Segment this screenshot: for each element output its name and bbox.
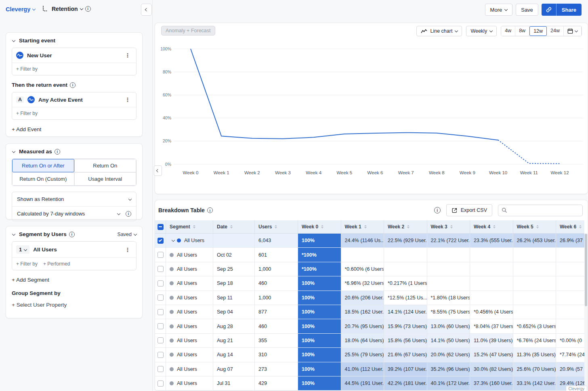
chart-type-dropdown[interactable]: Line chart	[416, 26, 462, 36]
range-option-8w[interactable]: 8w	[515, 26, 529, 36]
collapse-sidebar-button[interactable]	[141, 4, 152, 16]
week-1-cell: 44.5% (191 User...	[341, 376, 384, 391]
row-checkbox[interactable]	[155, 334, 166, 348]
measured-as-option[interactable]: Return On (Custom)	[12, 172, 74, 186]
info-icon[interactable]: i	[434, 207, 441, 213]
kebab-menu-icon[interactable]: ⋮	[123, 52, 132, 59]
collapse-chart-panel-button[interactable]	[154, 165, 162, 176]
scrollbar-thumb[interactable]	[585, 234, 587, 306]
workspace-switcher[interactable]: Clevergy	[6, 6, 35, 13]
date-picker-button[interactable]	[564, 26, 582, 36]
measured-as-option[interactable]: Return On or After	[12, 159, 74, 172]
table-row[interactable]: All UsersJul 31429100%44.5% (191 User...…	[155, 376, 584, 391]
series-dot	[170, 353, 174, 357]
info-icon[interactable]: i	[126, 211, 131, 217]
date-cell: Oct 02	[213, 248, 255, 262]
column-header-week-1[interactable]: Week 1	[341, 220, 384, 234]
add-segment-link[interactable]: + Add Segment	[12, 277, 136, 283]
column-header-week-6[interactable]: Week 6	[556, 220, 584, 234]
report-title-menu[interactable]: Retention i	[42, 5, 91, 12]
week-6-cell: *0.00% (0	[556, 334, 584, 348]
info-icon[interactable]: i	[70, 82, 76, 88]
column-header-week-5[interactable]: Week 5	[513, 220, 556, 234]
filter-by-link[interactable]: + Filter by	[16, 111, 38, 116]
table-row[interactable]: All UsersSep 111,000100%20.6% (206 User.…	[155, 291, 584, 305]
select-user-property-link[interactable]: + Select User Property	[12, 302, 136, 308]
measured-as-section-header[interactable]: Measured as i	[12, 148, 136, 155]
table-row[interactable]: All UsersAug 28460100%20.7% (95 Users)15…	[155, 319, 584, 333]
starting-event-section-header[interactable]: Starting event	[12, 38, 136, 44]
table-row[interactable]: All UsersOct 02601*100%	[155, 248, 584, 262]
table-row[interactable]: All UsersSep 251,000*100%*0.600% (6 User…	[155, 262, 584, 276]
table-row[interactable]: All UsersAug 07273100%41.0% (112 User...…	[155, 362, 584, 376]
table-row[interactable]: All UsersAug 21355100%18.0% (64 Users)15…	[155, 334, 584, 348]
select-all-checkbox[interactable]	[155, 220, 166, 234]
row-checkbox[interactable]	[155, 305, 166, 319]
info-icon[interactable]: i	[207, 207, 213, 213]
search-input[interactable]	[510, 207, 579, 213]
row-checkbox[interactable]	[155, 234, 166, 248]
row-checkbox[interactable]	[155, 348, 166, 362]
table-row[interactable]: All UsersAug 14310100%25.5% (79 Users)21…	[155, 348, 584, 362]
row-checkbox[interactable]	[155, 376, 166, 391]
column-header-segment[interactable]: Segment	[166, 220, 213, 234]
export-csv-button[interactable]: Export CSV	[446, 204, 492, 216]
kebab-menu-icon[interactable]: ⋮	[123, 96, 132, 103]
copy-link-button[interactable]	[542, 4, 556, 16]
measured-as-option[interactable]: Return On	[74, 159, 136, 172]
svg-text:Week 4: Week 4	[306, 170, 321, 175]
range-option-4w[interactable]: 4w	[501, 26, 515, 36]
row-checkbox[interactable]	[155, 276, 166, 291]
column-header-users[interactable]: Users	[255, 220, 298, 234]
info-icon[interactable]: i	[85, 6, 91, 12]
save-button[interactable]: Save	[516, 4, 538, 16]
week-0-cell: 100%	[298, 305, 341, 319]
column-header-week-2[interactable]: Week 2	[384, 220, 427, 234]
measured-as-option[interactable]: Usage Interval	[74, 172, 136, 186]
shown-as-dropdown[interactable]: Shown as Retention	[12, 192, 136, 206]
interval-dropdown[interactable]: Weekly	[466, 26, 497, 36]
column-header-date[interactable]: Date	[213, 220, 255, 234]
segment-section-header[interactable]: Segment by Users i	[12, 231, 75, 237]
row-checkbox[interactable]	[155, 262, 166, 276]
segment-cell: All Users	[166, 305, 213, 319]
share-button[interactable]: Share	[556, 4, 582, 16]
performed-link[interactable]: + Performed	[43, 261, 70, 267]
event-row[interactable]: New User ⋮	[12, 48, 136, 63]
table-row[interactable]: All UsersSep 18460100%*6.96% (32 Users)*…	[155, 276, 584, 291]
series-dot	[170, 367, 174, 371]
filter-by-link[interactable]: + Filter by	[16, 66, 38, 72]
calculated-by-dropdown[interactable]: Calculated by 7-day windows i	[12, 206, 136, 221]
info-icon[interactable]: i	[69, 232, 75, 237]
info-icon[interactable]: i	[55, 149, 60, 155]
column-header-week-3[interactable]: Week 3	[427, 220, 470, 234]
table-search[interactable]	[498, 205, 583, 216]
range-option-12w[interactable]: 12w	[529, 26, 547, 36]
row-checkbox[interactable]	[155, 319, 166, 333]
range-option-24w[interactable]: 24w	[547, 26, 564, 36]
table-vertical-scrollbar[interactable]	[584, 234, 588, 391]
breakdown-table-panel: Breakdown Table i i Export CSV SegmentDa…	[155, 200, 588, 391]
table-row[interactable]: All Users6,043100%24.4% (1146 Us...22.5%…	[155, 234, 584, 248]
event-row[interactable]: A Any Active Event ⋮	[12, 92, 136, 107]
more-button[interactable]: More	[485, 4, 513, 16]
filter-by-link[interactable]: + Filter by	[16, 261, 38, 267]
row-checkbox[interactable]	[155, 248, 166, 262]
column-header-week-4[interactable]: Week 4	[470, 220, 513, 234]
breakdown-table[interactable]: SegmentDateUsersWeek 0Week 1Week 2Week 3…	[155, 220, 584, 391]
anomaly-forecast-button[interactable]: Anomaly + Forecast	[161, 26, 215, 36]
retention-line-chart[interactable]: 0%20%40%60%80%100%Week 0Week 1Week 2Week…	[155, 38, 583, 201]
row-checkbox[interactable]	[155, 291, 166, 305]
segment-index[interactable]: 1	[16, 245, 29, 254]
row-checkbox[interactable]	[155, 362, 166, 376]
expand-row-icon[interactable]	[172, 238, 175, 242]
column-header-week-0[interactable]: Week 0	[298, 220, 341, 234]
segment-row[interactable]: 1 All Users ⋮	[12, 242, 136, 257]
kebab-menu-icon[interactable]: ⋮	[123, 246, 132, 253]
date-cell: Jul 31	[213, 376, 255, 391]
chart-panel: Anomaly + Forecast Line chart Weekly 4w8…	[155, 23, 588, 194]
saved-dropdown[interactable]: Saved	[118, 232, 136, 237]
add-event-link[interactable]: + Add Event	[12, 126, 136, 132]
table-row[interactable]: All UsersSep 04877100%18.5% (162 User...…	[155, 305, 584, 319]
chevron-down-icon	[575, 29, 578, 32]
